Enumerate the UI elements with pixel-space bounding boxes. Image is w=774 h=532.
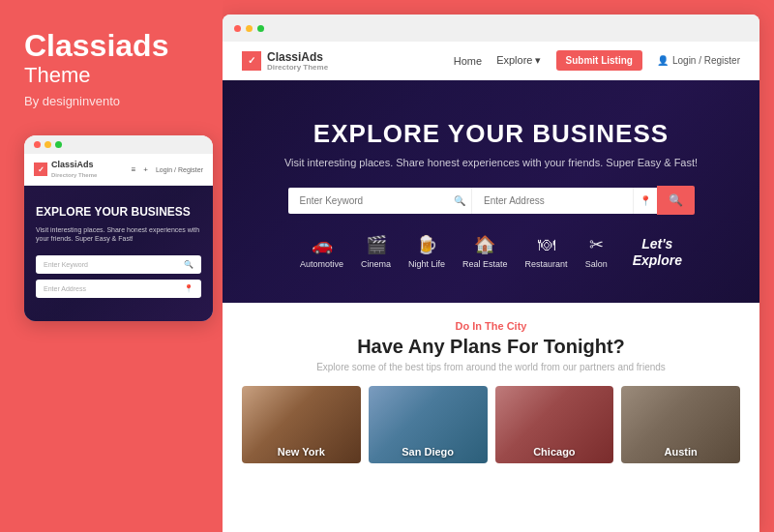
section-tag: Do In The City (242, 320, 740, 332)
city-card-bg-newyork: New York (242, 386, 361, 463)
browser-dot-red (234, 25, 241, 32)
hero-search-button[interactable]: 🔍 (657, 186, 695, 215)
nav-user-link[interactable]: 👤 Login / Register (657, 55, 740, 66)
category-realestate[interactable]: 🏠 Real Estate (462, 234, 508, 269)
browser-dot-yellow (246, 25, 253, 32)
logo-icon: ✓ (242, 51, 261, 71)
category-restaurant[interactable]: 🍽 Restaurant (525, 235, 568, 269)
dot-yellow (45, 141, 51, 148)
site-nav-links: Home Explore ▾ Submit Listing 👤 Login / … (454, 50, 740, 71)
dot-red (34, 141, 41, 148)
hero-subtitle: Visit interesting places. Share honest e… (242, 157, 740, 168)
category-cinema[interactable]: 🎬 Cinema (361, 234, 391, 269)
salon-icon: ✂ (589, 234, 604, 255)
add-icon[interactable]: + (143, 165, 148, 174)
nav-explore[interactable]: Explore ▾ (496, 54, 541, 67)
hero-search-bar: 🔍 📍 🔍 (288, 186, 695, 215)
section-desc: Explore some of the best tips from aroun… (242, 362, 740, 372)
mockup-user-link[interactable]: Login / Register (156, 166, 203, 173)
mobile-mockup: ✓ ClassiAds Directory Theme ≡ + Login / … (24, 135, 213, 321)
right-panel: ✓ ClassiAds Directory Theme Home Explore… (223, 0, 774, 532)
mockup-logo: ✓ ClassiAds Directory Theme (34, 160, 97, 179)
site-nav: ✓ ClassiAds Directory Theme Home Explore… (223, 42, 759, 80)
user-icon: 👤 (657, 55, 669, 66)
category-automotive[interactable]: 🚗 Automotive (300, 234, 343, 269)
city-card-bg-chicago: Chicago (495, 386, 614, 463)
mockup-keyword-input[interactable]: Enter Keyword 🔍 (36, 255, 201, 274)
hero-keyword-input[interactable] (288, 188, 449, 214)
dot-green (55, 141, 62, 148)
hero-section: EXPLORE YOUR BUSINESS Visit interesting … (223, 80, 759, 303)
city-card-sandiego[interactable]: San Diego (369, 386, 488, 463)
browser-dot-green (257, 25, 264, 32)
nightlife-icon: 🍺 (416, 234, 437, 255)
browser-bar (223, 15, 759, 42)
brand-by: By designinvento (24, 94, 198, 108)
city-card-bg-austin: Austin (621, 386, 740, 463)
mockup-logo-text: ClassiAds Directory Theme (51, 160, 97, 179)
location-icon-mid: 📍 (633, 188, 657, 214)
logo-text-group: ClassiAds Directory Theme (267, 49, 328, 72)
mockup-logo-icon: ✓ (34, 163, 47, 176)
mockup-nav-right: ≡ + Login / Register (132, 165, 203, 174)
city-card-chicago[interactable]: Chicago (495, 386, 614, 463)
location-icon: 📍 (184, 284, 194, 293)
nav-home[interactable]: Home (454, 55, 482, 67)
lets-explore-text: Let'sExplore (633, 236, 682, 269)
submit-listing-button[interactable]: Submit Listing (556, 50, 642, 71)
automotive-icon: 🚗 (312, 234, 333, 255)
mockup-nav: ✓ ClassiAds Directory Theme ≡ + Login / … (24, 154, 213, 186)
search-icon: 🔍 (184, 260, 194, 269)
category-nightlife[interactable]: 🍺 Night Life (408, 234, 445, 269)
hamburger-icon[interactable]: ≡ (132, 165, 136, 174)
search-icon-mid: 🔍 (448, 188, 471, 214)
mockup-hero-title: EXPLORE YOUR BUSINESS (36, 205, 201, 219)
city-card-bg-sandiego: San Diego (369, 386, 488, 463)
hero-title: EXPLORE YOUR BUSINESS (242, 119, 740, 149)
mockup-browser-bar (24, 135, 213, 154)
hero-address-input[interactable] (471, 188, 633, 214)
mockup-address-input[interactable]: Enter Address 📍 (36, 280, 201, 298)
left-panel: Classiads Theme By designinvento ✓ Class… (0, 0, 223, 532)
mockup-hero-sub: Visit interesting places. Share honest e… (36, 225, 201, 245)
hero-categories: 🚗 Automotive 🎬 Cinema 🍺 Night Life 🏠 Rea… (242, 234, 740, 269)
cinema-icon: 🎬 (366, 234, 387, 255)
restaurant-icon: 🍽 (538, 235, 555, 255)
city-cards: New York San Diego Chicago Austin (242, 386, 740, 463)
section-title: Have Any Plans For Tonight? (242, 336, 740, 358)
realestate-icon: 🏠 (474, 234, 495, 255)
brand-title: Classiads (24, 29, 198, 63)
brand-subtitle: Theme (24, 63, 198, 88)
city-card-austin[interactable]: Austin (621, 386, 740, 463)
city-card-newyork[interactable]: New York (242, 386, 361, 463)
browser-window: ✓ ClassiAds Directory Theme Home Explore… (223, 15, 759, 532)
category-salon[interactable]: ✂ Salon (585, 234, 608, 269)
site-logo: ✓ ClassiAds Directory Theme (242, 49, 328, 72)
mockup-hero: EXPLORE YOUR BUSINESS Visit interesting … (24, 186, 213, 321)
content-section: Do In The City Have Any Plans For Tonigh… (223, 303, 759, 532)
